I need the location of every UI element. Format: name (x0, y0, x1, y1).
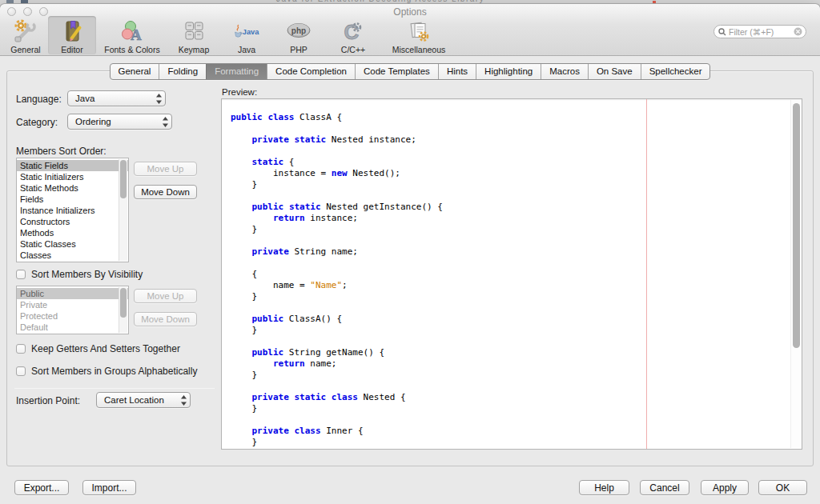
list-scrollbar[interactable] (119, 159, 127, 261)
clear-icon[interactable] (794, 27, 802, 36)
list-scrollbar[interactable] (119, 287, 127, 333)
tab-highlighting[interactable]: Highlighting (476, 64, 541, 79)
checkbox-icon (16, 270, 26, 279)
toolbar-item-label: Java (238, 45, 255, 54)
window-chrome: Options General (0, 4, 820, 56)
list-item[interactable]: Static Methods (17, 182, 128, 194)
checkbox-label: Keep Getters And Setters Together (31, 343, 180, 354)
import-button[interactable]: Import... (82, 480, 136, 495)
list-item[interactable]: Protected (17, 310, 128, 322)
toolbar-item-keymap[interactable]: Keymap (168, 16, 219, 54)
checkbox-label: Sort Members in Groups Alphabetically (31, 366, 197, 377)
tab-hints[interactable]: Hints (438, 64, 476, 79)
general-icon (12, 18, 39, 44)
keymap-icon (180, 18, 207, 44)
visibility-move-up-button[interactable]: Move Up (134, 289, 197, 303)
toolbar-item-fonts-colors[interactable]: A Fonts & Colors (96, 16, 168, 54)
list-item[interactable]: Private (17, 299, 128, 310)
preview-scrollbar[interactable] (790, 100, 801, 448)
list-item[interactable]: Instance Initializers (17, 205, 128, 216)
category-dropdown[interactable]: Ordering (67, 114, 172, 130)
ok-button[interactable]: OK (758, 480, 807, 495)
list-item[interactable]: Fields (17, 194, 128, 205)
svg-text:C: C (344, 20, 360, 44)
tab-formatting[interactable]: Formatting (206, 64, 267, 79)
move-up-button[interactable]: Move Up (134, 162, 197, 176)
language-dropdown[interactable]: Java (67, 90, 166, 106)
chevron-updown-icon (163, 117, 168, 127)
checkbox-icon (16, 366, 26, 376)
insertion-point-value: Caret Location (104, 395, 178, 405)
toolbar-item-java[interactable]: Java Java (219, 16, 274, 54)
editor-tabs: General Folding Formatting Code Completi… (110, 63, 711, 80)
background-icon (21, 0, 28, 3)
sort-members-by-visibility-checkbox[interactable]: Sort Members By Visibility (16, 269, 143, 280)
list-item[interactable]: Default (17, 322, 128, 333)
tab-spellchecker[interactable]: Spellchecker (641, 64, 710, 79)
search-icon (718, 28, 726, 36)
export-button[interactable]: Export... (14, 480, 69, 495)
tab-general[interactable]: General (111, 64, 159, 79)
separator (14, 388, 215, 389)
toolbar-item-php[interactable]: php PHP (274, 16, 324, 54)
sort-groups-alphabetically-checkbox[interactable]: Sort Members in Groups Alphabetically (16, 366, 197, 377)
keep-getters-setters-checkbox[interactable]: Keep Getters And Setters Together (16, 343, 180, 354)
checkbox-label: Sort Members By Visibility (31, 269, 143, 280)
cancel-button[interactable]: Cancel (640, 480, 689, 495)
list-item[interactable]: Static Classes (17, 238, 128, 250)
list-item[interactable]: Static Initializers (17, 171, 128, 182)
toolbar-item-label: C/C++ (341, 45, 365, 54)
members-sort-order-list[interactable]: Static Fields Static Initializers Static… (16, 158, 129, 262)
tab-code-templates[interactable]: Code Templates (355, 64, 438, 79)
editor-tabs-row: General Folding Formatting Code Completi… (0, 63, 820, 80)
chevron-updown-icon (156, 94, 162, 104)
toolbar-item-general[interactable]: General (3, 16, 48, 54)
list-item[interactable]: Methods (17, 227, 128, 238)
java-icon: Java (233, 18, 260, 44)
list-item[interactable]: Static Fields (17, 160, 128, 171)
preview-label: Preview: (222, 87, 257, 97)
toolbar-item-label: PHP (290, 45, 308, 54)
visibility-move-down-button[interactable]: Move Down (134, 312, 197, 326)
help-button[interactable]: Help (579, 480, 629, 495)
toolbar-item-editor[interactable]: Editor (48, 16, 96, 54)
apply-button[interactable]: Apply (701, 480, 749, 495)
tab-macros[interactable]: Macros (541, 64, 588, 79)
background-icon (6, 0, 14, 3)
insertion-point-dropdown[interactable]: Caret Location (96, 392, 191, 408)
tab-on-save[interactable]: On Save (588, 64, 641, 79)
language-value: Java (75, 94, 153, 103)
visibility-order-items: Public Private Protected Default (17, 286, 128, 333)
options-toolbar: General Editor (3, 16, 455, 54)
list-item[interactable]: Public (17, 288, 128, 299)
category-value: Ordering (75, 117, 159, 126)
list-item[interactable]: Constructors (17, 216, 128, 227)
scrollbar-thumb[interactable] (120, 160, 127, 198)
members-sort-order-label: Members Sort Order: (16, 146, 107, 157)
svg-text:Java: Java (243, 28, 259, 36)
svg-text:php: php (291, 26, 306, 35)
screen: Java for Extraction Decoding Access Libr… (0, 0, 820, 504)
list-item[interactable]: Classes (17, 250, 128, 261)
filter-field[interactable] (713, 25, 806, 38)
filter-input[interactable] (729, 27, 794, 37)
members-sort-order-items: Static Fields Static Initializers Static… (17, 158, 128, 261)
tab-code-completion[interactable]: Code Completion (267, 64, 355, 79)
chevron-updown-icon (181, 395, 187, 406)
toolbar-item-miscellaneous[interactable]: Miscellaneous (383, 16, 455, 54)
fonts-colors-icon: A (119, 18, 146, 44)
toolbar-item-label: Miscellaneous (392, 45, 446, 54)
tab-folding[interactable]: Folding (159, 64, 206, 79)
move-down-button[interactable]: Move Down (134, 185, 197, 199)
cpp-icon: C (340, 18, 367, 44)
visibility-order-list[interactable]: Public Private Protected Default (16, 286, 129, 334)
php-icon: php (285, 18, 312, 44)
editor-icon (58, 18, 86, 44)
category-label: Category: (16, 117, 58, 128)
insertion-point-label: Insertion Point: (16, 395, 80, 406)
toolbar-item-label: Editor (61, 45, 82, 54)
scrollbar-thumb[interactable] (793, 103, 800, 348)
background-window-title: Java for Extraction Decoding Access Libr… (276, 0, 484, 3)
toolbar-item-cpp[interactable]: C C/C++ (324, 16, 383, 54)
scrollbar-thumb[interactable] (120, 288, 127, 318)
